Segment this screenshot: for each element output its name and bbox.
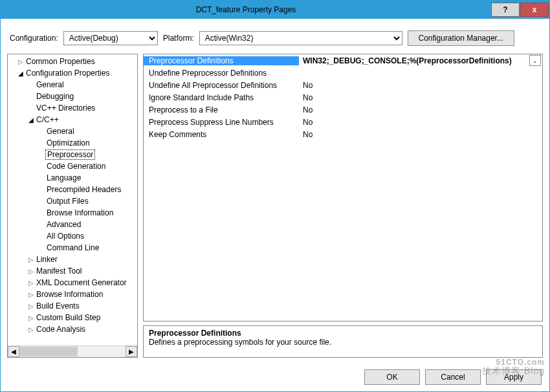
tree-item[interactable]: General	[8, 79, 137, 91]
tree-item[interactable]: ▷Custom Build Step	[8, 312, 137, 323]
tree-label: General	[45, 127, 76, 136]
tree-item[interactable]: General	[8, 125, 137, 137]
tree-item[interactable]: ▷Linker	[8, 254, 137, 265]
property-value[interactable]: No	[299, 105, 542, 114]
property-value[interactable]: No	[299, 130, 542, 139]
configuration-select[interactable]: Active(Debug)	[63, 31, 158, 45]
tree-label: Advanced	[45, 220, 82, 229]
property-value[interactable]: No	[299, 81, 542, 90]
property-value[interactable]: No	[299, 93, 542, 102]
titlebar: DCT_feature Property Pages ? x	[1, 1, 549, 19]
tree-label: All Options	[45, 232, 85, 241]
tree-label: Common Properties	[25, 57, 96, 66]
tree-item[interactable]: All Options	[8, 230, 137, 242]
property-row[interactable]: Undefine Preprocessor Definitions	[144, 67, 542, 79]
tree-item[interactable]: ▷Code Analysis	[8, 323, 137, 335]
expand-icon[interactable]: ▷	[27, 279, 35, 287]
tree-label: Debugging	[35, 92, 75, 101]
tree-label: XML Document Generator	[35, 278, 128, 287]
help-button[interactable]: ?	[491, 3, 520, 17]
tree-item[interactable]: Preprocessor	[8, 149, 137, 160]
close-button[interactable]: x	[520, 3, 549, 17]
tree[interactable]: ▷Common Properties◢Configuration Propert…	[8, 54, 137, 345]
tree-label: Manifest Tool	[35, 267, 83, 276]
tree-item[interactable]: ▷Common Properties	[8, 56, 137, 67]
expand-icon[interactable]: ▷	[27, 303, 35, 310]
tree-label: VC++ Directories	[35, 103, 96, 113]
property-grid[interactable]: Preprocessor DefinitionsWIN32;_DEBUG;_CO…	[143, 54, 543, 321]
property-name: Preprocess Suppress Line Numbers	[144, 118, 299, 127]
scroll-right-button[interactable]: ▶	[126, 346, 137, 357]
ok-button[interactable]: OK	[364, 369, 420, 385]
tree-label: Optimization	[45, 138, 91, 147]
platform-select[interactable]: Active(Win32)	[199, 31, 402, 45]
dropdown-icon[interactable]: ⌄	[529, 55, 541, 66]
tree-label: Code Analysis	[35, 325, 87, 334]
property-name: Undefine All Preprocessor Definitions	[144, 81, 299, 90]
horizontal-scrollbar[interactable]: ◀ ▶	[8, 345, 137, 357]
tree-item[interactable]: ▷Browse Information	[8, 289, 137, 300]
tree-item[interactable]: Browse Information	[8, 207, 137, 219]
tree-item[interactable]: Language	[8, 172, 137, 184]
tree-item[interactable]: Precompiled Headers	[8, 184, 137, 195]
tree-label: Code Generation	[45, 162, 107, 171]
tree-label: General	[35, 80, 65, 89]
tree-item[interactable]: Advanced	[8, 219, 137, 230]
scroll-thumb[interactable]	[19, 347, 78, 356]
tree-label: Command Line	[45, 243, 100, 252]
tree-item[interactable]: Debugging	[8, 91, 137, 102]
tree-item[interactable]: Optimization	[8, 137, 137, 149]
property-row[interactable]: Preprocessor DefinitionsWIN32;_DEBUG;_CO…	[144, 54, 542, 67]
property-row[interactable]: Keep CommentsNo	[144, 128, 542, 140]
property-row[interactable]: Preprocess Suppress Line NumbersNo	[144, 116, 542, 128]
apply-button[interactable]: Apply	[486, 369, 542, 385]
cancel-button[interactable]: Cancel	[425, 369, 481, 385]
property-pages-window: DCT_feature Property Pages ? x Configura…	[0, 0, 550, 392]
scroll-track[interactable]	[19, 346, 126, 357]
tree-item[interactable]: Code Generation	[8, 160, 137, 172]
expand-icon[interactable]: ▷	[27, 291, 35, 298]
property-row[interactable]: Preprocess to a FileNo	[144, 103, 542, 116]
tree-item[interactable]: ◢Configuration Properties	[8, 67, 137, 79]
window-title: DCT_feature Property Pages	[1, 5, 491, 14]
tree-label: Browse Information	[45, 208, 115, 217]
tree-label: Custom Build Step	[35, 313, 102, 322]
tree-item[interactable]: ▷XML Document Generator	[8, 277, 137, 289]
property-value[interactable]: WIN32;_DEBUG;_CONSOLE;%(PreprocessorDefi…	[299, 56, 529, 65]
tree-label: Precompiled Headers	[45, 185, 122, 194]
tree-item[interactable]: Command Line	[8, 242, 137, 254]
tree-label: Language	[45, 173, 82, 182]
config-bar: Configuration: Active(Debug) Platform: A…	[1, 19, 549, 54]
expand-icon[interactable]: ▷	[27, 314, 35, 321]
tree-item[interactable]: ▷Build Events	[8, 300, 137, 312]
tree-item[interactable]: ◢C/C++	[8, 114, 137, 125]
description-body: Defines a preprocessing symbols for your…	[149, 338, 537, 347]
tree-label: Build Events	[35, 301, 81, 310]
tree-label: Configuration Properties	[25, 69, 111, 78]
description-box: Preprocessor Definitions Defines a prepr…	[143, 325, 543, 358]
tree-item[interactable]: Output Files	[8, 195, 137, 207]
property-name: Preprocessor Definitions	[144, 56, 299, 65]
dialog-footer: OK Cancel Apply	[1, 364, 549, 391]
tree-item[interactable]: VC++ Directories	[8, 102, 137, 114]
configuration-manager-button[interactable]: Configuration Manager...	[408, 30, 514, 46]
scroll-left-button[interactable]: ◀	[8, 346, 19, 357]
tree-label: C/C++	[35, 115, 60, 124]
property-name: Preprocess to a File	[144, 105, 299, 114]
expand-icon[interactable]: ▷	[27, 256, 35, 263]
tree-item[interactable]: ▷Manifest Tool	[8, 265, 137, 277]
expand-icon[interactable]: ◢	[17, 70, 25, 77]
property-name: Ignore Standard Include Paths	[144, 93, 299, 102]
platform-label: Platform:	[163, 34, 194, 43]
expand-icon[interactable]: ◢	[27, 116, 35, 124]
property-row[interactable]: Ignore Standard Include PathsNo	[144, 91, 542, 103]
tree-label: Linker	[35, 255, 59, 264]
property-name: Keep Comments	[144, 130, 299, 139]
property-name: Undefine Preprocessor Definitions	[144, 69, 299, 78]
expand-icon[interactable]: ▷	[27, 326, 35, 333]
expand-icon[interactable]: ▷	[27, 268, 35, 275]
property-value[interactable]: No	[299, 118, 542, 127]
expand-icon[interactable]: ▷	[17, 58, 25, 65]
tree-pane: ▷Common Properties◢Configuration Propert…	[7, 54, 138, 358]
property-row[interactable]: Undefine All Preprocessor DefinitionsNo	[144, 79, 542, 91]
